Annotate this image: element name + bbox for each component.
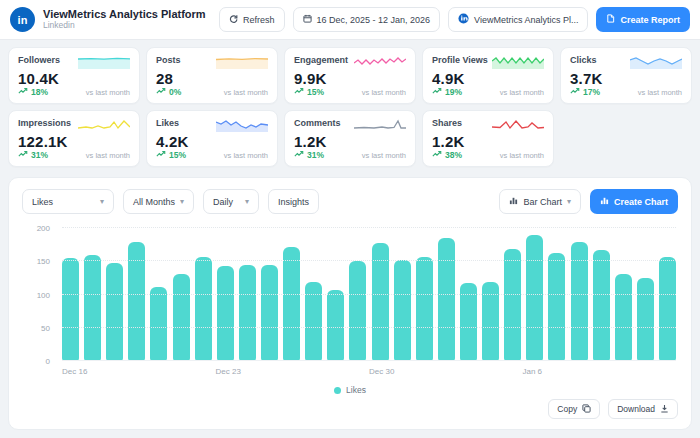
app-header: in ViewMetrics Analytics Platform Linked…	[0, 0, 700, 40]
bar-chart-icon	[600, 196, 609, 207]
sparkline-chart	[78, 55, 130, 69]
refresh-label: Refresh	[243, 15, 275, 25]
stat-card[interactable]: Shares1.2K38%vs last month	[422, 110, 554, 167]
bar[interactable]	[239, 265, 256, 361]
bar[interactable]	[637, 278, 654, 361]
metric-select[interactable]: Likes ▾	[22, 189, 114, 214]
stat-card[interactable]: Engagement9.9K15%vs last month	[284, 47, 416, 104]
account-select[interactable]: ViewMetrics Analytics Pl...	[448, 7, 588, 32]
chart-type-select[interactable]: Bar Chart ▾	[499, 189, 581, 214]
bar[interactable]	[504, 249, 521, 361]
trending-up-icon	[294, 150, 304, 160]
stat-trend: 15%	[156, 150, 186, 160]
compare-label: vs last month	[86, 88, 130, 97]
create-report-label: Create Report	[620, 15, 680, 25]
trending-up-icon	[294, 87, 304, 97]
bar[interactable]	[283, 247, 300, 361]
bar[interactable]	[460, 283, 477, 361]
stat-card[interactable]: Profile Views4.9K19%vs last month	[422, 47, 554, 104]
bar[interactable]	[195, 257, 212, 361]
gridline	[62, 227, 676, 228]
refresh-button[interactable]: Refresh	[219, 7, 285, 32]
bar[interactable]	[217, 266, 234, 361]
legend-label: Likes	[346, 385, 366, 395]
date-range-picker[interactable]: 16 Dec, 2025 - 12 Jan, 2026	[293, 7, 441, 32]
trending-up-icon	[18, 87, 28, 97]
x-tick-label: Dec 16	[62, 367, 87, 376]
bar-series	[62, 228, 676, 361]
stat-card[interactable]: Posts280%vs last month	[146, 47, 278, 104]
stat-trend: 31%	[294, 150, 324, 160]
stat-card[interactable]: Clicks3.7K17%vs last month	[560, 47, 692, 104]
legend-dot	[334, 387, 341, 394]
granularity-select-value: Daily	[213, 197, 233, 207]
trend-value: 38%	[445, 150, 462, 160]
stat-card[interactable]: Impressions122.1K31%vs last month	[8, 110, 140, 167]
chevron-down-icon: ▾	[567, 198, 571, 206]
stat-value: 4.2K	[156, 133, 268, 150]
stat-card[interactable]: Comments1.2K31%vs last month	[284, 110, 416, 167]
bar[interactable]	[261, 265, 278, 361]
stat-value: 9.9K	[294, 70, 406, 87]
trend-value: 31%	[307, 150, 324, 160]
bar[interactable]	[438, 238, 455, 361]
chart-legend[interactable]: Likes	[22, 385, 678, 395]
bar[interactable]	[659, 257, 676, 361]
create-report-button[interactable]: Create Report	[596, 7, 690, 32]
bar[interactable]	[615, 274, 632, 361]
sparkline-chart	[216, 55, 268, 69]
y-tick-label: 0	[46, 357, 50, 366]
download-button[interactable]: Download	[608, 399, 678, 419]
bar[interactable]	[416, 257, 433, 361]
compare-label: vs last month	[500, 88, 544, 97]
trend-value: 19%	[445, 87, 462, 97]
y-tick-label: 150	[37, 257, 50, 266]
stat-trend: 17%	[570, 87, 600, 97]
bar[interactable]	[150, 287, 167, 361]
copy-label: Copy	[557, 404, 577, 414]
x-tick-label: Jan 6	[523, 367, 543, 376]
insights-label: Insights	[278, 197, 309, 207]
stat-trend: 15%	[294, 87, 324, 97]
download-icon	[660, 404, 669, 415]
bar-chart: 050100150200 Dec 16Dec 23Dec 30Jan 6	[22, 228, 678, 376]
bar[interactable]	[106, 263, 123, 361]
bar[interactable]	[62, 258, 79, 361]
bar[interactable]	[593, 250, 610, 361]
trending-up-icon	[570, 87, 580, 97]
stat-trend: 38%	[432, 150, 462, 160]
bar[interactable]	[327, 290, 344, 361]
stat-label: Likes	[156, 118, 179, 128]
compare-label: vs last month	[224, 151, 268, 160]
stat-label: Clicks	[570, 55, 597, 65]
trending-up-icon	[432, 87, 442, 97]
stat-label: Comments	[294, 118, 341, 128]
trending-up-icon	[156, 87, 166, 97]
copy-button[interactable]: Copy	[548, 399, 600, 419]
insights-button[interactable]: Insights	[268, 189, 319, 214]
create-chart-button[interactable]: Create Chart	[590, 189, 678, 214]
stat-label: Engagement	[294, 55, 348, 65]
stat-trend: 18%	[18, 87, 48, 97]
gridline	[62, 260, 676, 261]
bar[interactable]	[84, 255, 101, 361]
months-select[interactable]: All Months ▾	[123, 189, 194, 214]
bar[interactable]	[526, 235, 543, 361]
trend-value: 31%	[31, 150, 48, 160]
stat-value: 28	[156, 70, 268, 87]
stat-card[interactable]: Likes4.2K15%vs last month	[146, 110, 278, 167]
chart-actions: Copy Download	[22, 399, 678, 419]
granularity-select[interactable]: Daily ▾	[203, 189, 259, 214]
stat-trend: 31%	[18, 150, 48, 160]
stat-label: Shares	[432, 118, 462, 128]
stat-card[interactable]: Followers10.4K18%vs last month	[8, 47, 140, 104]
bar[interactable]	[173, 274, 190, 361]
sparkline-chart	[354, 118, 406, 132]
y-tick-label: 100	[37, 290, 50, 299]
bar[interactable]	[548, 253, 565, 361]
bar[interactable]	[349, 261, 366, 361]
stat-label: Impressions	[18, 118, 71, 128]
trending-up-icon	[432, 150, 442, 160]
bar[interactable]	[394, 260, 411, 361]
copy-icon	[582, 404, 591, 415]
